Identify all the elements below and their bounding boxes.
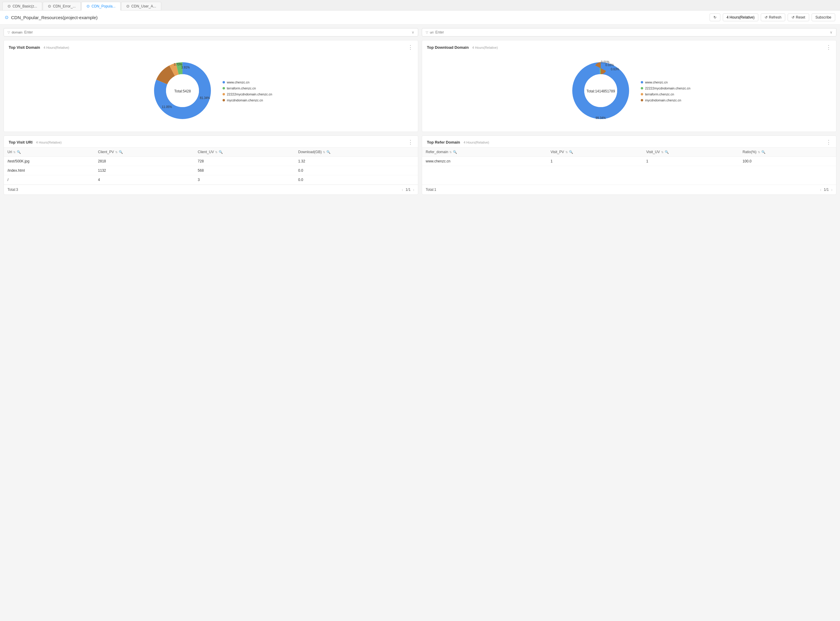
top-refer-domain-header: Top Refer Domain 4 Hours(Relative) ⋮ <box>422 136 836 147</box>
top-visit-uri-menu[interactable]: ⋮ <box>408 139 413 145</box>
legend-item-2: 22222mycdndomain.chenzc.cn <box>222 92 272 96</box>
top-refer-domain-table: Refer_domain ⇅ 🔍 Visit_PV ⇅ 🔍 <box>422 147 836 166</box>
tab-popular-icon: ⊙ <box>86 4 90 8</box>
search-icon-pv[interactable]: 🔍 <box>119 150 123 154</box>
search-icon-dl[interactable]: 🔍 <box>326 150 331 154</box>
sort-icon-uv[interactable]: ⇅ <box>215 150 218 154</box>
dl-legend-item-1: 22222mycdndomain.chenzc.cn <box>641 86 690 90</box>
top-visit-uri-title-row: Top Visit URI 4 Hours(Relative) <box>9 140 62 144</box>
svg-text:3.70%: 3.70% <box>174 63 182 66</box>
top-refer-domain-title-row: Top Refer Domain 4 Hours(Relative) <box>427 140 489 144</box>
top-refer-domain-thead-row: Refer_domain ⇅ 🔍 Visit_PV ⇅ 🔍 <box>422 147 836 157</box>
legend-dot-0 <box>222 81 225 83</box>
uri-filter-label: uri <box>430 30 433 34</box>
legend-item-0: www.chenzc.cn <box>222 80 272 84</box>
refer-next-page-button[interactable]: › <box>831 187 832 192</box>
sort-icon-vpv[interactable]: ⇅ <box>565 150 568 154</box>
sort-icon-vuv[interactable]: ⇅ <box>661 150 663 154</box>
sort-icon-ratio[interactable]: ⇅ <box>758 150 760 154</box>
next-page-button[interactable]: › <box>413 187 414 192</box>
tab-basic[interactable]: ⊙ CDN_Basic(z... <box>2 2 42 10</box>
uri-filter-input[interactable] <box>435 30 828 35</box>
top-download-domain-menu[interactable]: ⋮ <box>826 44 831 50</box>
sort-icon-dl[interactable]: ⇅ <box>323 150 325 154</box>
search-icon-vuv[interactable]: 🔍 <box>665 150 669 154</box>
tab-popular[interactable]: ⊙ CDN_Popula... <box>81 2 121 11</box>
top-visit-domain-title: Top Visit Domain <box>9 45 40 50</box>
uri-cell-0: /test/500K.jpg <box>4 157 95 166</box>
search-icon-uri[interactable]: 🔍 <box>17 150 21 154</box>
tab-user[interactable]: ⊙ CDN_User_A... <box>121 2 161 10</box>
top-refer-domain-total: Total:1 <box>426 188 436 192</box>
dl-legend-dot-2 <box>641 93 643 95</box>
top-visit-domain-card: Top Visit Domain 4 Hours(Relative) ⋮ <box>4 40 418 132</box>
th-refer-domain: Refer_domain ⇅ 🔍 <box>422 147 547 157</box>
top-visit-uri-total: Total:3 <box>8 188 18 192</box>
refer-prev-page-button[interactable]: ‹ <box>820 187 822 192</box>
pv-cell-0: 2818 <box>95 157 194 166</box>
page-icon: ⊙ <box>5 15 9 20</box>
svg-text:81.34%: 81.34% <box>200 96 210 100</box>
tab-error[interactable]: ⊙ CDN_Error_... <box>43 2 81 10</box>
tab-error-label: CDN_Error_... <box>53 4 76 8</box>
top-visit-domain-menu[interactable]: ⋮ <box>408 44 413 50</box>
time-range-button[interactable]: 4 Hours(Relative) <box>723 14 758 21</box>
svg-text:11.05%: 11.05% <box>162 105 172 109</box>
th-download-gb: Download(GB) ⇅ 🔍 <box>295 147 418 157</box>
top-refer-domain-menu[interactable]: ⋮ <box>826 139 831 145</box>
visit-pv-cell-0: 1 <box>547 157 643 166</box>
top-visit-uri-header: Top Visit URI 4 Hours(Relative) ⋮ <box>4 136 418 147</box>
sort-icon-refer[interactable]: ⇅ <box>450 150 452 154</box>
sort-icon-pv[interactable]: ⇅ <box>115 150 118 154</box>
uri-filter[interactable]: ▽ uri ∨ <box>422 28 836 36</box>
domain-filter[interactable]: ▽ domain ∨ <box>4 28 418 36</box>
tab-basic-label: CDN_Basic(z... <box>12 4 37 8</box>
dl-legend-label-3: mycdndomain.chenzc.cn <box>645 98 681 102</box>
filter-domain-icon: ▽ <box>8 30 10 35</box>
search-icon-vpv[interactable]: 🔍 <box>569 150 573 154</box>
uri-cell-1: /index.html <box>4 166 95 175</box>
prev-page-button[interactable]: ‹ <box>402 187 403 192</box>
table-row: /test/500K.jpg 2818 728 1.32 <box>4 157 418 166</box>
search-icon-uv[interactable]: 🔍 <box>219 150 223 154</box>
svg-text:3.91%: 3.91% <box>181 66 190 69</box>
dl-legend-item-3: mycdndomain.chenzc.cn <box>641 98 690 102</box>
refresh-button[interactable]: ↺ Refresh <box>761 14 785 21</box>
top-refer-domain-pagination: ‹ 1/1 › <box>820 187 832 192</box>
top-download-domain-chart-container: 99.34% 0.63% 0.03% 0.01% Total:141485178… <box>422 53 836 132</box>
top-visit-uri-thead-row: Uri ⇅ 🔍 Client_PV ⇅ 🔍 <box>4 147 418 157</box>
auto-refresh-button[interactable]: ↻ <box>710 14 720 21</box>
sort-icon-uri[interactable]: ⇅ <box>13 150 15 154</box>
top-visit-uri-footer: Total:3 ‹ 1/1 › <box>4 185 418 194</box>
tab-user-icon: ⊙ <box>126 4 130 8</box>
svg-text:99.34%: 99.34% <box>596 117 606 120</box>
table-row: / 4 3 0.0 <box>4 175 418 185</box>
tab-error-icon: ⊙ <box>48 4 51 8</box>
top-visit-uri-subtitle: 4 Hours(Relative) <box>36 141 62 144</box>
th-uri: Uri ⇅ 🔍 <box>4 147 95 157</box>
subscribe-button[interactable]: Subscribe <box>811 14 835 21</box>
reset-button[interactable]: ↺ Reset <box>788 14 809 21</box>
uv-cell-2: 3 <box>194 175 295 185</box>
reset-icon: ↺ <box>792 15 795 20</box>
uri-cell-2: / <box>4 175 95 185</box>
search-icon-refer[interactable]: 🔍 <box>453 150 457 154</box>
top-visit-domain-header: Top Visit Domain 4 Hours(Relative) ⋮ <box>4 40 418 53</box>
dl-legend-dot-0 <box>641 81 643 83</box>
top-refer-domain-title: Top Refer Domain <box>427 140 460 144</box>
domain-filter-arrow: ∨ <box>412 30 414 35</box>
dl-legend-dot-1 <box>641 87 643 89</box>
filter-row: ▽ domain ∨ ▽ uri ∨ <box>4 28 836 36</box>
top-download-domain-subtitle: 4 Hours(Relative) <box>472 46 498 49</box>
legend-item-3: mycdndomain.chenzc.cn <box>222 98 272 102</box>
tab-popular-label: CDN_Popula... <box>92 4 115 8</box>
domain-filter-input[interactable] <box>24 30 410 35</box>
time-range-label: 4 Hours(Relative) <box>726 15 754 20</box>
reset-label: Reset <box>796 15 805 20</box>
table-row: /index.html 1132 568 0.0 <box>4 166 418 175</box>
search-icon-ratio[interactable]: 🔍 <box>761 150 766 154</box>
dl-legend-label-0: www.chenzc.cn <box>645 80 668 84</box>
dl-legend-item-0: www.chenzc.cn <box>641 80 690 84</box>
th-visit-uv: Visit_UV ⇅ 🔍 <box>643 147 739 157</box>
legend-label-3: mycdndomain.chenzc.cn <box>227 98 263 102</box>
